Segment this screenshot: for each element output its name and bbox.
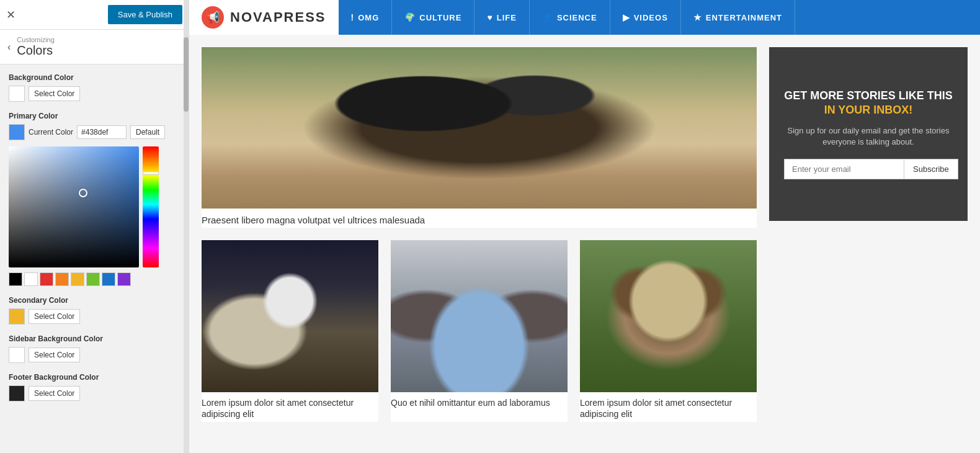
science-label: SCIENCE bbox=[557, 13, 597, 22]
top-nav: 📢 NOVAPRESS ! OMG 🌍 CULTURE ♥ LIFE 👤 SCI… bbox=[189, 0, 980, 35]
swatch-white[interactable] bbox=[24, 272, 38, 286]
secondary-color-label: Secondary Color bbox=[9, 296, 180, 305]
top-bar: ✕ Save & Publish bbox=[0, 0, 189, 30]
primary-color-default-button[interactable]: Default bbox=[130, 125, 165, 139]
videos-label: VIDEOS bbox=[634, 13, 668, 22]
sidebar-bg-color-swatch[interactable] bbox=[9, 347, 25, 363]
hue-slider-container[interactable] bbox=[143, 146, 159, 267]
secondary-select-color-button[interactable]: Select Color bbox=[29, 309, 80, 324]
gradient-dark bbox=[9, 146, 139, 267]
swatch-purple[interactable] bbox=[117, 272, 131, 286]
logo-area: 📢 NOVAPRESS bbox=[189, 0, 339, 35]
content-area: Praesent libero magna volutpat vel ultri… bbox=[189, 35, 980, 453]
main-content: 📢 NOVAPRESS ! OMG 🌍 CULTURE ♥ LIFE 👤 SCI… bbox=[189, 0, 980, 453]
background-color-row: Select Color bbox=[9, 86, 180, 102]
footer-bg-select-color-button[interactable]: Select Color bbox=[29, 386, 80, 401]
omg-label: OMG bbox=[358, 13, 379, 22]
primary-color-swatch[interactable] bbox=[9, 124, 25, 140]
sidebar-bg-color-row: Select Color bbox=[9, 347, 180, 363]
sidebar-bg-select-color-button[interactable]: Select Color bbox=[29, 348, 80, 362]
nav-item-videos[interactable]: ▶ VIDEOS bbox=[610, 0, 681, 35]
featured-caption: Praesent libero magna volutpat vel ultri… bbox=[202, 209, 757, 228]
monkey-image bbox=[580, 240, 757, 392]
footer-bg-color-label: Footer Background Color bbox=[9, 373, 180, 382]
entertainment-label: ENTERTAINMENT bbox=[706, 13, 782, 22]
back-arrow-icon[interactable]: ‹ bbox=[7, 42, 11, 53]
culture-label: CULTURE bbox=[419, 13, 461, 22]
science-icon: 👤 bbox=[542, 12, 553, 22]
article-caption-3: Lorem ipsum dolor sit amet consectetur a… bbox=[580, 392, 757, 422]
secondary-color-row: Select Color bbox=[9, 308, 180, 325]
nav-item-entertainment[interactable]: ★ ENTERTAINMENT bbox=[681, 0, 795, 35]
nav-item-omg[interactable]: ! OMG bbox=[339, 0, 393, 35]
article-caption-2: Quo et nihil omittantur eum ad laboramus bbox=[391, 392, 568, 411]
culture-icon: 🌍 bbox=[404, 12, 416, 22]
logo-text: NOVAPRESS bbox=[230, 9, 326, 25]
life-icon: ♥ bbox=[487, 12, 492, 22]
videos-icon: ▶ bbox=[623, 12, 630, 22]
footer-bg-color-swatch[interactable] bbox=[9, 385, 25, 401]
sidebar-bg-color-section: Sidebar Background Color Select Color bbox=[9, 334, 180, 363]
footer-bg-color-row: Select Color bbox=[9, 385, 180, 401]
featured-article: Praesent libero magna volutpat vel ultri… bbox=[202, 47, 757, 228]
swatch-green[interactable] bbox=[86, 272, 100, 286]
newsletter-highlight: IN YOUR INBOX! bbox=[824, 104, 913, 116]
customizing-label: Customizing bbox=[17, 36, 55, 43]
close-button[interactable]: ✕ bbox=[6, 8, 16, 22]
footer-bg-color-section: Footer Background Color Select Color bbox=[9, 373, 180, 401]
newsletter-title-text: GET MORE STORIES LIKE THIS bbox=[784, 89, 953, 102]
secondary-color-section: Secondary Color Select Color bbox=[9, 296, 180, 325]
swatch-orange[interactable] bbox=[55, 272, 69, 286]
featured-image bbox=[202, 47, 757, 209]
background-color-swatch[interactable] bbox=[9, 86, 25, 102]
main-articles: Praesent libero magna volutpat vel ultri… bbox=[202, 47, 757, 441]
background-color-label: Background Color bbox=[9, 73, 180, 82]
customizer-panel: ✕ Save & Publish ‹ Customizing Colors Ba… bbox=[0, 0, 189, 453]
newsletter-box: GET MORE STORIES LIKE THIS IN YOUR INBOX… bbox=[769, 47, 968, 221]
hue-slider[interactable] bbox=[143, 146, 159, 267]
swatch-yellow[interactable] bbox=[71, 272, 84, 286]
article-card-1: Lorem ipsum dolor sit amet consectetur a… bbox=[202, 240, 378, 422]
subscribe-button[interactable]: Subscribe bbox=[904, 159, 958, 179]
scrollbar-thumb[interactable] bbox=[184, 37, 189, 112]
swatch-red[interactable] bbox=[40, 272, 53, 286]
email-input[interactable] bbox=[784, 159, 904, 179]
swatch-black[interactable] bbox=[9, 272, 22, 286]
back-nav: ‹ Customizing Colors bbox=[0, 30, 189, 65]
nav-item-science[interactable]: 👤 SCIENCE bbox=[530, 0, 610, 35]
bottom-articles: Lorem ipsum dolor sit amet consectetur a… bbox=[202, 240, 757, 422]
primary-color-row: Current Color Default bbox=[9, 124, 180, 140]
picker-circle[interactable] bbox=[79, 189, 87, 197]
newsletter-form: Subscribe bbox=[784, 159, 953, 179]
nav-item-culture[interactable]: 🌍 CULTURE bbox=[392, 0, 474, 35]
nav-items: ! OMG 🌍 CULTURE ♥ LIFE 👤 SCIENCE ▶ VIDEO… bbox=[339, 0, 796, 35]
secondary-color-swatch[interactable] bbox=[9, 308, 25, 325]
swatch-blue[interactable] bbox=[102, 272, 115, 286]
article-card-3: Lorem ipsum dolor sit amet consectetur a… bbox=[580, 240, 757, 422]
colors-title: Colors bbox=[17, 43, 53, 57]
scrollbar-track bbox=[184, 0, 189, 453]
dog-image bbox=[202, 47, 757, 209]
newsletter-title: GET MORE STORIES LIKE THIS IN YOUR INBOX… bbox=[784, 89, 953, 118]
primary-color-hex-input[interactable] bbox=[77, 125, 127, 139]
car-image bbox=[391, 240, 568, 392]
life-label: LIFE bbox=[497, 13, 517, 22]
newsletter-subtitle: Sign up for our daily email and get the … bbox=[784, 125, 953, 148]
current-color-text: Current Color bbox=[29, 128, 73, 137]
article-caption-1: Lorem ipsum dolor sit amet consectetur a… bbox=[202, 392, 378, 422]
entertainment-icon: ★ bbox=[693, 12, 702, 22]
hue-thumb[interactable] bbox=[143, 171, 159, 175]
color-picker-container bbox=[9, 146, 180, 267]
save-publish-button[interactable]: Save & Publish bbox=[108, 5, 182, 24]
nav-item-life[interactable]: ♥ LIFE bbox=[474, 0, 529, 35]
color-swatches-row bbox=[9, 272, 180, 286]
primary-color-section: Primary Color Current Color Default bbox=[9, 112, 180, 286]
astronaut-image bbox=[202, 240, 378, 392]
sidebar: GET MORE STORIES LIKE THIS IN YOUR INBOX… bbox=[769, 47, 968, 441]
color-picker-area bbox=[9, 146, 180, 286]
background-color-section: Background Color Select Color bbox=[9, 73, 180, 102]
omg-icon: ! bbox=[351, 12, 355, 22]
background-select-color-button[interactable]: Select Color bbox=[29, 86, 80, 101]
primary-color-label: Primary Color bbox=[9, 112, 180, 120]
color-gradient[interactable] bbox=[9, 146, 139, 267]
